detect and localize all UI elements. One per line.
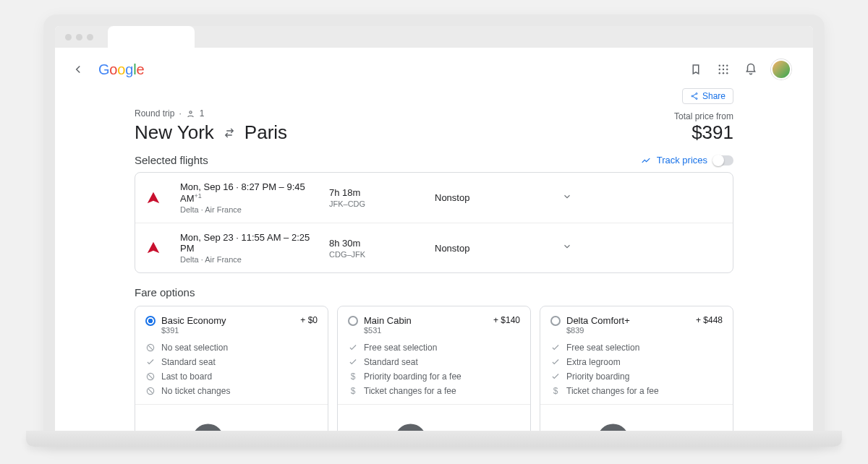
fare-bag-row: 1 free carry-on (550, 411, 723, 431)
route-origin: New York (135, 121, 214, 144)
svg-point-0 (719, 65, 720, 66)
fare-feature: $Priority boarding for a fee (348, 369, 520, 384)
browser-tab-bar (55, 26, 813, 48)
svg-point-6 (719, 72, 720, 74)
browser-tab[interactable] (108, 26, 195, 48)
flight-duration: 7h 18m (329, 187, 430, 198)
svg-point-2 (726, 65, 728, 66)
fare-feature: No ticket changes (145, 384, 318, 398)
trip-meta: Round trip · 1 (135, 108, 287, 119)
share-icon (690, 92, 699, 100)
flight-duration: 8h 30m (329, 238, 430, 249)
fare-feature: Last to board (145, 369, 318, 384)
total-price-value: $391 (674, 121, 733, 144)
total-price-label: Total price from (674, 111, 733, 121)
selected-flights-title: Selected flights (135, 154, 208, 166)
fare-delta: + $0 (300, 315, 318, 325)
flight-row[interactable]: Mon, Sep 16 · 8:27 PM – 9:45 AM+1Delta ·… (135, 173, 733, 223)
svg-point-7 (723, 72, 724, 74)
back-arrow-icon[interactable] (71, 62, 85, 77)
airline-logo-icon (145, 240, 161, 256)
fare-radio[interactable] (348, 316, 358, 326)
flight-datetime: Mon, Sep 23 · 11:55 AM – 2:25 PM (180, 232, 325, 254)
share-label: Share (702, 91, 726, 101)
bookmark-icon[interactable] (689, 62, 703, 77)
fare-price: $391 (161, 326, 226, 335)
svg-point-5 (726, 69, 728, 70)
chevron-down-icon[interactable] (562, 241, 591, 254)
fare-name: Delta Comfort+ (566, 315, 630, 326)
svg-point-1 (723, 65, 724, 66)
svg-point-3 (719, 69, 720, 70)
apps-grid-icon[interactable] (716, 62, 731, 77)
fare-radio[interactable] (145, 316, 156, 326)
fare-options-title: Fare options (135, 286, 733, 298)
selected-flights-card: Mon, Sep 16 · 8:27 PM – 9:45 AM+1Delta ·… (135, 172, 733, 273)
fare-feature: No seat selection (145, 340, 318, 355)
person-icon (186, 109, 195, 119)
chevron-down-icon[interactable] (562, 192, 591, 205)
google-logo[interactable]: Google (98, 61, 144, 78)
fare-feature: Standard seat (348, 355, 520, 369)
fare-bag-row: 1 free carry-on (348, 411, 520, 431)
fare-feature: Free seat selection (348, 340, 520, 355)
fare-card[interactable]: Basic Economy$391+ $0No seat selectionSt… (135, 306, 328, 431)
bell-icon[interactable] (744, 62, 758, 77)
fare-card[interactable]: Delta Comfort+$839+ $448Free seat select… (540, 306, 733, 431)
svg-point-10 (692, 95, 693, 97)
track-prices-label: Track prices (657, 155, 707, 166)
trip-type-label: Round trip (135, 108, 174, 119)
airline-logo-icon (145, 190, 161, 206)
account-avatar[interactable] (771, 59, 791, 80)
svg-point-4 (723, 69, 724, 70)
track-prices-toggle[interactable] (713, 155, 733, 166)
fare-name: Main Cabin (364, 315, 412, 326)
fare-card[interactable]: Main Cabin$531+ $140Free seat selectionS… (337, 306, 531, 431)
fare-bag-row: 1 free carry-on (145, 411, 318, 431)
fare-delta: + $448 (696, 315, 723, 325)
fare-radio[interactable] (550, 316, 561, 326)
window-controls (61, 34, 98, 40)
swap-icon (223, 126, 236, 139)
share-button[interactable]: Share (682, 88, 733, 104)
fare-feature: Free seat selection (550, 340, 723, 355)
fare-feature: Standard seat (145, 355, 318, 369)
fare-feature: Extra legroom (550, 355, 723, 369)
flight-route: JFK–CDG (329, 199, 430, 208)
fare-name: Basic Economy (161, 315, 226, 326)
fare-price: $531 (364, 326, 412, 335)
fare-price: $839 (566, 326, 630, 335)
svg-point-9 (696, 93, 697, 95)
svg-point-11 (696, 98, 697, 100)
fare-delta: + $140 (493, 315, 520, 325)
flight-stops: Nonstop (435, 243, 558, 254)
flight-stops: Nonstop (435, 192, 558, 203)
svg-point-12 (190, 111, 192, 113)
fare-feature: Priority boarding (550, 369, 723, 384)
flight-datetime: Mon, Sep 16 · 8:27 PM – 9:45 AM+1 (180, 181, 325, 204)
svg-point-8 (726, 72, 728, 74)
fare-feature: $Ticket changes for a fee (550, 384, 723, 398)
flight-route: CDG–JFK (329, 250, 430, 259)
flight-carriers: Delta · Air France (180, 255, 325, 264)
fare-feature: $Ticket changes for a fee (348, 384, 520, 398)
trend-icon (641, 155, 651, 166)
passenger-count: 1 (200, 108, 205, 119)
route-destination: Paris (244, 121, 287, 144)
flight-carriers: Delta · Air France (180, 205, 325, 214)
flight-row[interactable]: Mon, Sep 23 · 11:55 AM – 2:25 PMDelta · … (135, 223, 733, 272)
